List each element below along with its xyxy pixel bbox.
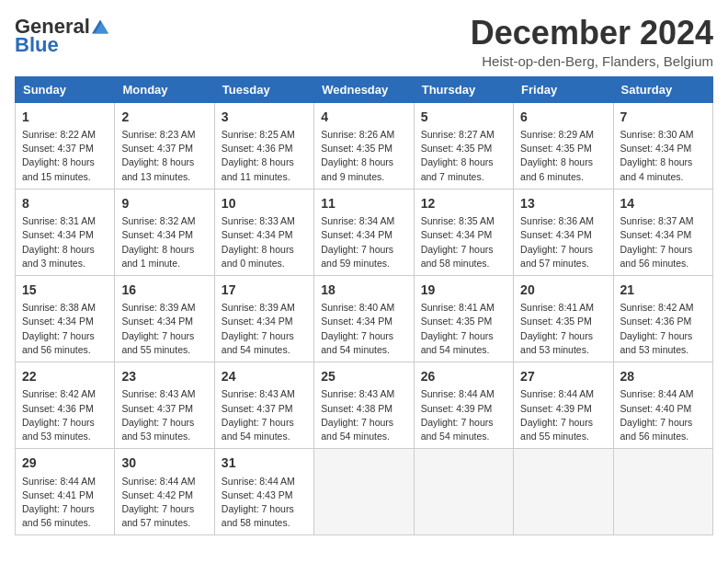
day-number: 2 — [121, 108, 207, 126]
day-number: 25 — [321, 367, 406, 385]
day-number: 19 — [421, 281, 506, 299]
day-number: 12 — [421, 194, 506, 213]
logo: General Blue — [15, 15, 108, 57]
day-info: Sunrise: 8:32 AMSunset: 4:34 PMDaylight:… — [121, 214, 207, 270]
day-cell: 16Sunrise: 8:39 AMSunset: 4:34 PMDayligh… — [115, 275, 214, 362]
day-number: 17 — [222, 281, 307, 299]
day-cell: 27Sunrise: 8:44 AMSunset: 4:39 PMDayligh… — [514, 362, 613, 449]
day-info: Sunrise: 8:38 AMSunset: 4:34 PMDaylight:… — [22, 301, 108, 357]
day-number: 11 — [321, 194, 406, 213]
header-cell-tuesday: Tuesday — [214, 76, 313, 102]
day-number: 14 — [620, 194, 706, 213]
header-cell-monday: Monday — [115, 76, 214, 102]
day-info: Sunrise: 8:43 AMSunset: 4:37 PMDaylight:… — [121, 387, 207, 443]
calendar-table: SundayMondayTuesdayWednesdayThursdayFrid… — [15, 76, 713, 536]
header: General Blue December 2024 Heist-op-den-… — [15, 15, 713, 69]
day-number: 28 — [620, 367, 706, 385]
title-area: December 2024 Heist-op-den-Berg, Flander… — [471, 15, 713, 69]
day-info: Sunrise: 8:25 AMSunset: 4:36 PMDaylight:… — [222, 128, 307, 184]
day-number: 24 — [222, 367, 307, 385]
day-number: 22 — [22, 367, 108, 385]
day-cell: 2Sunrise: 8:23 AMSunset: 4:37 PMDaylight… — [115, 102, 214, 189]
day-number: 6 — [520, 108, 606, 126]
day-cell: 21Sunrise: 8:42 AMSunset: 4:36 PMDayligh… — [613, 275, 712, 362]
day-number: 26 — [421, 367, 506, 385]
logo-icon — [92, 18, 108, 35]
day-info: Sunrise: 8:42 AMSunset: 4:36 PMDaylight:… — [22, 387, 108, 443]
day-number: 30 — [121, 454, 207, 472]
day-cell: 11Sunrise: 8:34 AMSunset: 4:34 PMDayligh… — [314, 189, 414, 275]
day-cell: 3Sunrise: 8:25 AMSunset: 4:36 PMDaylight… — [214, 102, 313, 189]
week-row-1: 1Sunrise: 8:22 AMSunset: 4:37 PMDaylight… — [16, 102, 713, 189]
day-cell: 17Sunrise: 8:39 AMSunset: 4:34 PMDayligh… — [214, 275, 313, 362]
day-cell: 9Sunrise: 8:32 AMSunset: 4:34 PMDaylight… — [115, 189, 214, 275]
day-info: Sunrise: 8:31 AMSunset: 4:34 PMDaylight:… — [22, 214, 108, 270]
day-number: 31 — [222, 454, 307, 472]
day-info: Sunrise: 8:33 AMSunset: 4:34 PMDaylight:… — [222, 214, 307, 270]
day-cell: 4Sunrise: 8:26 AMSunset: 4:35 PMDaylight… — [314, 102, 414, 189]
day-info: Sunrise: 8:30 AMSunset: 4:34 PMDaylight:… — [620, 128, 706, 184]
day-cell: 10Sunrise: 8:33 AMSunset: 4:34 PMDayligh… — [214, 189, 313, 275]
day-cell: 6Sunrise: 8:29 AMSunset: 4:35 PMDaylight… — [514, 102, 613, 189]
day-cell: 31Sunrise: 8:44 AMSunset: 4:43 PMDayligh… — [214, 449, 313, 535]
day-cell: 30Sunrise: 8:44 AMSunset: 4:42 PMDayligh… — [115, 449, 214, 535]
day-number: 18 — [321, 281, 406, 299]
day-info: Sunrise: 8:43 AMSunset: 4:37 PMDaylight:… — [222, 387, 307, 443]
day-info: Sunrise: 8:42 AMSunset: 4:36 PMDaylight:… — [620, 301, 706, 357]
day-info: Sunrise: 8:44 AMSunset: 4:39 PMDaylight:… — [421, 387, 506, 443]
day-number: 23 — [121, 367, 207, 385]
day-info: Sunrise: 8:43 AMSunset: 4:38 PMDaylight:… — [321, 387, 406, 443]
day-cell: 19Sunrise: 8:41 AMSunset: 4:35 PMDayligh… — [414, 275, 513, 362]
day-info: Sunrise: 8:35 AMSunset: 4:34 PMDaylight:… — [421, 214, 506, 270]
day-info: Sunrise: 8:44 AMSunset: 4:43 PMDaylight:… — [222, 475, 307, 531]
week-row-5: 29Sunrise: 8:44 AMSunset: 4:41 PMDayligh… — [16, 449, 713, 535]
day-cell: 7Sunrise: 8:30 AMSunset: 4:34 PMDaylight… — [613, 102, 712, 189]
day-number: 4 — [321, 108, 406, 126]
day-info: Sunrise: 8:44 AMSunset: 4:40 PMDaylight:… — [620, 387, 706, 443]
day-info: Sunrise: 8:26 AMSunset: 4:35 PMDaylight:… — [321, 128, 406, 184]
day-info: Sunrise: 8:44 AMSunset: 4:41 PMDaylight:… — [22, 475, 108, 531]
logo-blue-text: Blue — [15, 33, 59, 57]
day-cell: 29Sunrise: 8:44 AMSunset: 4:41 PMDayligh… — [16, 449, 115, 535]
day-cell — [414, 449, 513, 535]
day-cell: 22Sunrise: 8:42 AMSunset: 4:36 PMDayligh… — [16, 362, 115, 449]
day-info: Sunrise: 8:36 AMSunset: 4:34 PMDaylight:… — [520, 214, 606, 270]
day-number: 5 — [421, 108, 506, 126]
week-row-4: 22Sunrise: 8:42 AMSunset: 4:36 PMDayligh… — [16, 362, 713, 449]
day-info: Sunrise: 8:39 AMSunset: 4:34 PMDaylight:… — [222, 301, 307, 357]
day-info: Sunrise: 8:23 AMSunset: 4:37 PMDaylight:… — [121, 128, 207, 184]
day-number: 3 — [222, 108, 307, 126]
day-info: Sunrise: 8:22 AMSunset: 4:37 PMDaylight:… — [22, 128, 108, 184]
day-cell: 26Sunrise: 8:44 AMSunset: 4:39 PMDayligh… — [414, 362, 513, 449]
day-number: 16 — [121, 281, 207, 299]
week-row-2: 8Sunrise: 8:31 AMSunset: 4:34 PMDaylight… — [16, 189, 713, 275]
day-cell: 28Sunrise: 8:44 AMSunset: 4:40 PMDayligh… — [613, 362, 712, 449]
day-number: 13 — [520, 194, 606, 213]
day-info: Sunrise: 8:44 AMSunset: 4:42 PMDaylight:… — [121, 475, 207, 531]
header-cell-thursday: Thursday — [414, 76, 513, 102]
calendar-subtitle: Heist-op-den-Berg, Flanders, Belgium — [471, 53, 713, 69]
header-cell-saturday: Saturday — [613, 76, 712, 102]
header-row: SundayMondayTuesdayWednesdayThursdayFrid… — [16, 76, 713, 102]
day-number: 10 — [222, 194, 307, 213]
day-number: 8 — [22, 194, 108, 213]
header-cell-friday: Friday — [514, 76, 613, 102]
day-cell: 14Sunrise: 8:37 AMSunset: 4:34 PMDayligh… — [613, 189, 712, 275]
day-cell: 18Sunrise: 8:40 AMSunset: 4:34 PMDayligh… — [314, 275, 414, 362]
day-info: Sunrise: 8:34 AMSunset: 4:34 PMDaylight:… — [321, 214, 406, 270]
day-cell: 20Sunrise: 8:41 AMSunset: 4:35 PMDayligh… — [514, 275, 613, 362]
calendar-title: December 2024 — [471, 15, 713, 52]
day-cell: 24Sunrise: 8:43 AMSunset: 4:37 PMDayligh… — [214, 362, 313, 449]
day-cell: 13Sunrise: 8:36 AMSunset: 4:34 PMDayligh… — [514, 189, 613, 275]
day-info: Sunrise: 8:29 AMSunset: 4:35 PMDaylight:… — [520, 128, 606, 184]
day-cell — [314, 449, 414, 535]
day-number: 9 — [121, 194, 207, 213]
day-info: Sunrise: 8:40 AMSunset: 4:34 PMDaylight:… — [321, 301, 406, 357]
day-number: 1 — [22, 108, 108, 126]
day-info: Sunrise: 8:41 AMSunset: 4:35 PMDaylight:… — [421, 301, 506, 357]
day-info: Sunrise: 8:39 AMSunset: 4:34 PMDaylight:… — [121, 301, 207, 357]
day-info: Sunrise: 8:37 AMSunset: 4:34 PMDaylight:… — [620, 214, 706, 270]
header-cell-wednesday: Wednesday — [314, 76, 414, 102]
day-cell — [514, 449, 613, 535]
week-row-3: 15Sunrise: 8:38 AMSunset: 4:34 PMDayligh… — [16, 275, 713, 362]
